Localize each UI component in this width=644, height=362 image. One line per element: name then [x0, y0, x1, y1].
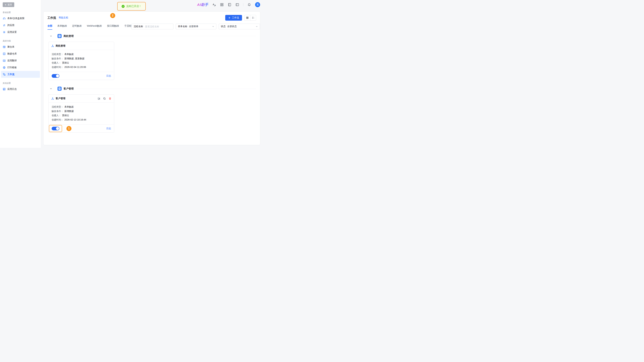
- tab-timer-trigger[interactable]: 定时触发: [72, 23, 82, 30]
- sidebar-item-form-dashboard-permission[interactable]: 表单/仪表盘权限: [1, 15, 40, 22]
- sidebar-item-label: 跨应用: [8, 24, 14, 27]
- card-body: 流程类型： 表单触发 触发条件： 新增数据, 更新数据 创建人： 英雄云 创建时…: [49, 50, 114, 72]
- card-footer: 1 日志: [49, 124, 114, 132]
- workflow-enabled-toggle[interactable]: [52, 74, 59, 78]
- field-flow-type: 流程类型： 表单触发: [52, 52, 111, 56]
- sidebar-item-app-translate[interactable]: EN 应用翻译: [1, 57, 40, 64]
- tab-form-trigger[interactable]: 表单触发: [57, 23, 67, 30]
- toast-message: 流程已开启！: [126, 5, 142, 8]
- copy-icon[interactable]: [103, 97, 106, 100]
- field-value: 2026-02-04 11:20:06: [64, 65, 86, 69]
- search-input[interactable]: [145, 25, 171, 28]
- field-created-time: 创建时间： 2026-02-13 10:16:44: [52, 118, 111, 122]
- tab-all[interactable]: 全部: [48, 23, 52, 30]
- field-label: 创建人：: [52, 61, 61, 65]
- form-doc-icon: [58, 87, 62, 91]
- log-link[interactable]: 日志: [106, 127, 111, 130]
- filters: 流程名称 表单名称 全部表单 状态 全部状态: [132, 24, 260, 29]
- annotation-step-1: 1: [66, 126, 72, 131]
- card-header: 商机管理: [49, 42, 114, 50]
- chevron-down-icon: [212, 25, 214, 27]
- annotation-box-toast: 流程已开启！: [117, 2, 146, 10]
- workflow-panel: 工作流 帮助文档 工作流: [43, 11, 260, 145]
- bell-icon[interactable]: [247, 3, 251, 6]
- sidebar-item-label: 聚合表: [8, 45, 14, 48]
- collapse-chevron-icon[interactable]: [50, 35, 52, 37]
- sidebar-item-data-warehouse[interactable]: 数据仓库: [1, 50, 40, 57]
- group-customer-management: 客户管理 客户管理: [48, 87, 256, 133]
- aggregate-table-icon: [3, 45, 6, 48]
- collapse-chevron-icon[interactable]: [50, 87, 52, 90]
- flow-node-icon: [51, 44, 54, 47]
- card-footer: 日志: [49, 72, 114, 80]
- plus-icon: [228, 16, 230, 19]
- field-label: 流程类型：: [52, 105, 64, 109]
- translate-toggle-icon[interactable]: A: [212, 3, 216, 6]
- list-view-icon[interactable]: [250, 15, 256, 20]
- card-header: 客户管理: [49, 94, 114, 103]
- flow-name-search[interactable]: 流程名称: [132, 24, 174, 29]
- create-workflow-button[interactable]: 工作流: [225, 15, 242, 21]
- user-avatar[interactable]: 英: [255, 2, 260, 7]
- tab-webhook-trigger[interactable]: Webhook触发: [87, 23, 102, 30]
- svg-text:A: A: [213, 3, 214, 6]
- sidebar-item-aggregate-table[interactable]: 聚合表: [1, 43, 40, 50]
- workflow-icon: [3, 73, 6, 76]
- page-title: 工作流: [48, 16, 56, 20]
- data-warehouse-icon: [3, 52, 6, 55]
- group-header: 客户管理: [48, 87, 256, 91]
- field-label: 触发条件：: [52, 56, 64, 61]
- edit-icon[interactable]: [98, 97, 100, 100]
- sidebar-item-label: 应用日志: [8, 88, 17, 91]
- tab-date-trigger[interactable]: 按日期触发: [107, 23, 119, 30]
- panel-layout-icon[interactable]: [236, 3, 239, 6]
- section-title-other: 其他设置: [3, 82, 38, 85]
- form-name-select[interactable]: 表单名称 全部表单: [176, 24, 216, 29]
- delete-icon[interactable]: [109, 97, 111, 100]
- success-toast: 流程已开启！: [118, 3, 145, 9]
- annotation-box-toggle: [49, 125, 62, 132]
- field-value: 英雄云: [62, 113, 69, 118]
- field-flow-type: 流程类型： 表单触发: [52, 105, 111, 109]
- tab-subflow[interactable]: 子流程: [124, 23, 132, 30]
- field-creator: 创建人： 英雄云: [52, 113, 111, 118]
- field-value: 表单触发: [64, 52, 74, 56]
- headset-icon: [3, 17, 6, 20]
- flow-node-icon: [51, 97, 54, 100]
- log-link[interactable]: 日志: [106, 74, 111, 77]
- double-chevron-left-icon: [4, 4, 6, 6]
- sidebar-item-app-settings[interactable]: 应用设置: [1, 29, 40, 35]
- ai-assistant-logo[interactable]: AI助手: [197, 2, 208, 7]
- form-doc-icon: [58, 34, 62, 38]
- back-button[interactable]: 返回: [3, 2, 14, 7]
- status-select-label: 状态: [221, 25, 226, 28]
- sidebar-item-label: 打印模板: [8, 66, 17, 69]
- book-icon[interactable]: [228, 3, 232, 6]
- card-actions: [98, 97, 111, 100]
- workflow-title: 客户管理: [56, 97, 66, 100]
- status-select[interactable]: 状态 全部状态: [219, 24, 260, 29]
- page-head: 工作流 帮助文档 工作流: [48, 15, 256, 21]
- workflow-enabled-toggle[interactable]: [52, 127, 59, 130]
- sidebar-item-label: 数据仓库: [8, 52, 17, 55]
- check-circle-icon: [122, 5, 124, 8]
- workflow-card-customer-management: 客户管理 流程类型：: [48, 94, 114, 133]
- create-workflow-label: 工作流: [232, 16, 239, 19]
- sidebar-item-label: 应用设置: [8, 31, 17, 34]
- sidebar-item-print-template[interactable]: 打印模板: [1, 64, 40, 71]
- svg-text:EN: EN: [4, 60, 5, 61]
- back-label: 返回: [8, 3, 12, 6]
- sidebar-item-workflow[interactable]: 工作流: [1, 71, 40, 78]
- field-trigger-condition: 触发条件： 新增数据: [52, 109, 111, 113]
- card-view-icon[interactable]: [244, 15, 250, 20]
- section-title-basic: 基础设置: [3, 11, 38, 14]
- workflow-card-business-opportunity: 商机管理 流程类型： 表单触发 触发条件： 新增数据, 更新数据 创建人： 英雄…: [48, 42, 114, 80]
- sidebar-item-app-log[interactable]: 应用日志: [1, 86, 40, 92]
- help-doc-link[interactable]: 帮助文档: [59, 16, 68, 19]
- gear-icon: [3, 31, 6, 34]
- section-title-advanced: 高级功能: [3, 39, 38, 42]
- apps-grid-icon[interactable]: [220, 3, 224, 6]
- main-area: AI助手 A 英 工作流 帮助文档 工作流: [41, 0, 263, 148]
- field-trigger-condition: 触发条件： 新增数据, 更新数据: [52, 56, 111, 61]
- sidebar-item-cross-app[interactable]: 跨应用: [1, 22, 40, 29]
